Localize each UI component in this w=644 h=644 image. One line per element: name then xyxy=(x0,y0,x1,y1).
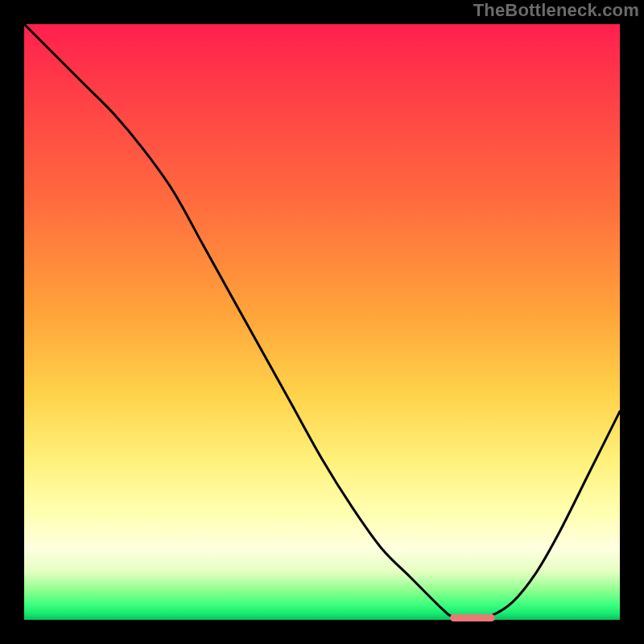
optimal-marker xyxy=(450,614,495,621)
plot-area xyxy=(24,24,620,620)
chart-frame: TheBottleneck.com xyxy=(0,0,644,644)
curve-layer xyxy=(24,24,620,620)
bottleneck-curve xyxy=(24,24,620,620)
watermark-label: TheBottleneck.com xyxy=(473,0,639,21)
